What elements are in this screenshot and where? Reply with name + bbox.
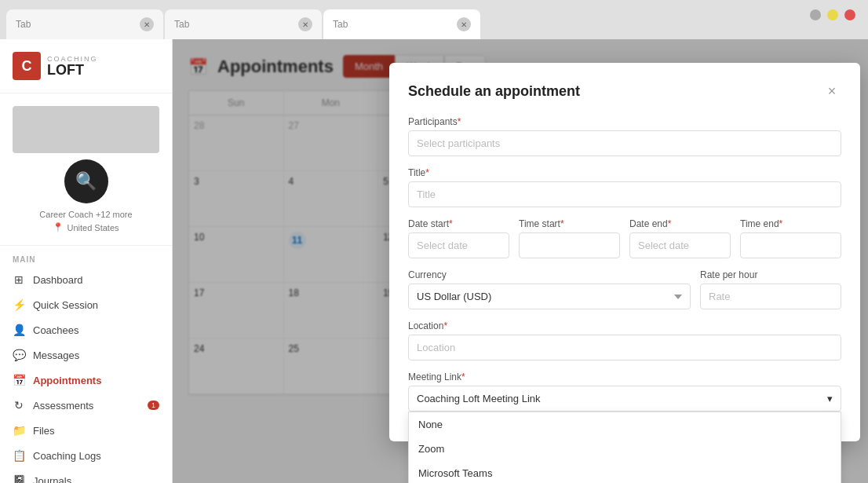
sidebar-item-dashboard[interactable]: ⊞ Dashboard (0, 267, 172, 292)
date-end-col: Date end* (629, 218, 731, 258)
title-group: Title* (408, 167, 841, 207)
sidebar-section-label: MAIN (0, 246, 172, 267)
badge: 1 (148, 401, 159, 410)
content-area: 📅 Appointments MonthWeekDay SunMonTueWed… (173, 39, 868, 483)
tab-bar: Tab ✕ Tab ✕ Tab ✕ (0, 0, 868, 39)
time-start-label: Time start* (519, 218, 620, 229)
nav-icon-dashboard: ⊞ (13, 273, 25, 286)
nav-label: Coaching Logs (33, 450, 101, 462)
nav-list: ⊞ Dashboard ⚡ Quick Session 👤 Coachees 💬… (0, 267, 172, 483)
location-input[interactable] (408, 335, 841, 360)
nav-label: Assessments (33, 400, 93, 412)
title-input[interactable] (408, 181, 841, 207)
modal-close-button[interactable]: × (822, 82, 841, 101)
nav-icon-assessments: ↻ (13, 399, 25, 412)
tab-label-2: Tab (174, 19, 189, 30)
nav-label: Quick Session (33, 299, 98, 311)
logo-text-group: COACHING LOFT (47, 55, 98, 77)
date-end-label: Date end* (629, 218, 731, 229)
minimize-button[interactable] (810, 9, 821, 20)
avatar: 🔍 (64, 159, 108, 203)
appointment-modal: Schedule an appointment × Participants* … (389, 63, 860, 441)
nav-icon-files: 📁 (13, 424, 25, 437)
nav-icon-messages: 💬 (13, 349, 25, 361)
nav-icon-journals: 📓 (13, 474, 25, 483)
dropdown-item-zoom[interactable]: Zoom (409, 437, 841, 461)
time-start-col: Time start* (519, 218, 620, 258)
meeting-link-group: Meeting Link* Coaching Loft Meeting Link… (408, 371, 841, 412)
sidebar: C COACHING LOFT 🔍 Career Coach +12 more … (0, 39, 173, 483)
modal-title: Schedule an appointment (408, 83, 580, 100)
sidebar-header: C COACHING LOFT (0, 39, 172, 93)
sidebar-item-messages[interactable]: 💬 Messages (0, 342, 172, 368)
participants-input[interactable] (408, 130, 841, 156)
profile-area: 🔍 Career Coach +12 more 📍 United States (0, 93, 172, 246)
datetime-row: Date start* Time start* Date end* (408, 218, 841, 258)
location-label: Location* (408, 320, 841, 331)
nav-icon-appointments: 📅 (13, 374, 25, 386)
nav-label: Coachees (33, 324, 79, 336)
dropdown-item-microsoft-teams[interactable]: Microsoft Teams (409, 461, 841, 483)
nav-label: Journals (33, 475, 71, 484)
close-button[interactable] (844, 9, 855, 20)
currency-label: Currency (408, 269, 691, 280)
time-end-col: Time end* (740, 218, 841, 258)
browser-tab-2[interactable]: Tab ✕ (165, 9, 322, 39)
meeting-link-list: NoneZoomMicrosoft TeamsCoaching Loft Mee… (408, 412, 841, 483)
rate-col: Rate per hour (700, 269, 841, 309)
currency-rate-row: Currency US Dollar (USD) Euro (EUR) Brit… (408, 269, 841, 309)
date-start-label: Date start* (408, 218, 509, 229)
sidebar-item-quick-session[interactable]: ⚡ Quick Session (0, 292, 172, 317)
main-area: C COACHING LOFT 🔍 Career Coach +12 more … (0, 39, 868, 483)
meeting-link-dropdown: Coaching Loft Meeting Link ▾ NoneZoomMic… (408, 386, 841, 412)
meeting-link-selected[interactable]: Coaching Loft Meeting Link ▾ (408, 386, 841, 412)
browser-tab-1[interactable]: Tab ✕ (6, 9, 163, 39)
profile-banner (13, 106, 159, 153)
title-label: Title* (408, 167, 841, 178)
rate-label: Rate per hour (700, 269, 841, 280)
sidebar-item-files[interactable]: 📁 Files (0, 418, 172, 443)
currency-col: Currency US Dollar (USD) Euro (EUR) Brit… (408, 269, 691, 309)
date-end-input[interactable] (629, 232, 731, 258)
nav-label: Appointments (33, 375, 101, 386)
nav-label: Dashboard (33, 274, 83, 286)
tab-close-3[interactable]: ✕ (457, 17, 471, 31)
nav-icon-coachees: 👤 (13, 324, 25, 336)
location-group: Location* (408, 320, 841, 360)
meeting-link-label: Meeting Link* (408, 371, 841, 382)
date-start-input[interactable] (408, 232, 509, 258)
profile-role: Career Coach +12 more (39, 210, 132, 219)
time-end-label: Time end* (740, 218, 841, 229)
sidebar-item-coachees[interactable]: 👤 Coachees (0, 317, 172, 342)
time-end-input[interactable] (740, 232, 841, 258)
date-start-col: Date start* (408, 218, 509, 258)
tab-close-2[interactable]: ✕ (298, 17, 312, 31)
sidebar-item-coaching-logs[interactable]: 📋 Coaching Logs (0, 443, 172, 468)
sidebar-item-assessments[interactable]: ↻ Assessments 1 (0, 393, 172, 418)
currency-select[interactable]: US Dollar (USD) Euro (EUR) British Pound… (408, 284, 691, 309)
logo: C COACHING LOFT (13, 52, 159, 80)
nav-icon-coaching logs: 📋 (13, 449, 25, 462)
sidebar-item-journals[interactable]: 📓 Journals (0, 468, 172, 483)
nav-label: Messages (33, 349, 79, 361)
dropdown-item-none[interactable]: None (409, 412, 841, 437)
profile-location: 📍 United States (53, 222, 119, 232)
window-controls (810, 9, 855, 20)
maximize-button[interactable] (827, 9, 838, 20)
tab-close-1[interactable]: ✕ (140, 17, 154, 31)
tab-label-3: Tab (333, 19, 348, 30)
nav-icon-quick session: ⚡ (13, 298, 25, 311)
chevron-down-icon: ▾ (827, 393, 833, 404)
time-start-input[interactable] (519, 232, 620, 258)
modal-header: Schedule an appointment × (408, 82, 841, 101)
participants-group: Participants* (408, 116, 841, 156)
rate-input[interactable] (700, 284, 841, 309)
logo-brand: LOFT (47, 63, 98, 77)
logo-icon: C (13, 52, 41, 80)
participants-label: Participants* (408, 116, 841, 127)
sidebar-item-appointments[interactable]: 📅 Appointments (0, 368, 172, 393)
tab-label-1: Tab (16, 19, 31, 30)
browser-tab-3[interactable]: Tab ✕ (323, 9, 480, 39)
nav-label: Files (33, 425, 54, 437)
